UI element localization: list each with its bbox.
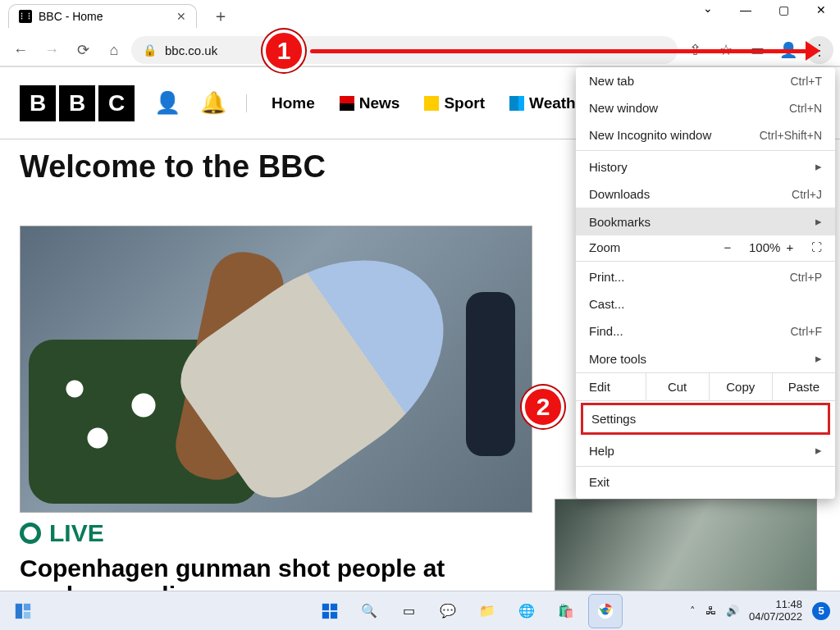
menu-cut[interactable]: Cut [646,373,709,400]
menu-edit-label: Edit [576,373,646,400]
svg-rect-3 [322,603,329,609]
forward-button[interactable]: → [38,36,66,64]
close-window-button[interactable] [802,0,840,20]
reload-button[interactable]: ⟳ [69,36,97,64]
menu-paste[interactable]: Paste [772,373,835,400]
home-button[interactable]: ⌂ [100,36,128,64]
annotation-arrow-head [806,41,820,61]
widgets-icon [14,602,32,620]
menu-bookmarks[interactable]: Bookmarks [576,208,835,235]
news-icon [340,96,354,111]
chrome-app-icon[interactable] [588,594,623,628]
notification-badge[interactable]: 5 [812,602,830,620]
taskbar: 🔍 ▭ 💬 📁 🌐 🛍️ ˄ 🖧 🔊 11:48 04/07/2022 5 [0,591,840,630]
menu-zoom: Zoom − 100% + ⛶ [576,235,835,259]
live-label: LIVE [49,519,104,546]
menu-print[interactable]: Print...Ctrl+P [576,263,835,290]
favicon-bbc-icon: ⋮⋮ [19,10,32,23]
menu-edit-row: Edit Cut Copy Paste [576,372,835,401]
menu-new-window[interactable]: New windowCtrl+N [576,94,835,121]
tray-chevron-icon[interactable]: ˄ [690,605,696,617]
zoom-level: 100% [749,240,769,254]
store-app-icon[interactable]: 🛍️ [549,594,583,628]
account-icon[interactable]: 👤 [154,90,180,116]
secondary-story-image[interactable] [555,499,817,591]
taskbar-center: 🔍 ▭ 💬 📁 🌐 🛍️ [246,594,690,628]
svg-rect-1 [24,603,30,609]
menu-more-tools[interactable]: More tools [576,345,835,372]
menu-settings[interactable]: Settings [581,403,830,435]
menu-new-tab[interactable]: New tabCtrl+T [576,67,835,94]
start-button[interactable] [313,594,347,628]
svg-rect-6 [331,611,337,618]
nav-sport[interactable]: Sport [424,94,485,112]
back-button[interactable]: ← [7,36,34,64]
menu-find[interactable]: Find...Ctrl+F [576,317,835,345]
volume-icon[interactable]: 🔊 [726,605,739,617]
menu-history[interactable]: History [576,153,835,180]
hero-story[interactable]: LIVE Copenhagen gunman shot people at ra… [20,226,532,609]
svg-rect-0 [16,603,22,618]
main-nav: Home News Sport Weather [246,94,630,112]
svg-rect-2 [24,611,30,618]
nav-news[interactable]: News [340,94,400,112]
file-explorer-icon[interactable]: 📁 [470,594,504,628]
chrome-menu: New tabCtrl+T New windowCtrl+N New Incog… [576,67,835,499]
tab-strip: ⋮⋮ BBC - Home ✕ ＋ [8,3,233,28]
menu-downloads[interactable]: DownloadsCtrl+J [576,180,835,208]
annotation-step-1: 1 [262,30,305,72]
sport-icon [424,96,439,111]
tab-title: BBC - Home [39,10,103,23]
weather-icon [509,96,524,111]
window-controls [689,0,840,20]
live-indicator-icon [20,523,41,544]
new-tab-button[interactable]: ＋ [208,3,233,28]
svg-rect-4 [331,603,337,609]
fullscreen-button[interactable]: ⛶ [811,241,822,253]
menu-exit[interactable]: Exit [576,468,835,495]
browser-tab[interactable]: ⋮⋮ BBC - Home ✕ [8,4,197,28]
tab-search-dropdown[interactable] [689,0,727,20]
zoom-out-button[interactable]: − [718,240,737,254]
search-button[interactable]: 🔍 [352,594,386,628]
zoom-in-button[interactable]: + [780,240,800,254]
annotation-arrow [310,49,814,53]
svg-rect-5 [322,611,329,618]
url-text: bbc.co.uk [165,43,217,57]
network-icon[interactable]: 🖧 [705,605,716,617]
task-view-button[interactable]: ▭ [391,594,426,628]
hero-image [20,226,532,513]
annotation-step-2: 2 [522,386,564,428]
chat-app-icon[interactable]: 💬 [431,594,465,628]
nav-home[interactable]: Home [272,94,315,112]
lock-icon: 🔒 [143,43,157,57]
close-tab-button[interactable]: ✕ [176,10,186,23]
edge-browser-icon[interactable]: 🌐 [509,594,544,628]
menu-copy[interactable]: Copy [709,373,772,400]
widgets-button[interactable] [7,595,39,628]
notifications-bell-icon[interactable]: 🔔 [200,90,226,116]
system-tray: ˄ 🖧 🔊 11:48 04/07/2022 5 [690,599,840,623]
menu-help[interactable]: Help [576,436,835,464]
bbc-logo[interactable]: B B C [20,85,135,121]
minimize-button[interactable] [727,0,765,20]
menu-incognito[interactable]: New Incognito windowCtrl+Shift+N [576,121,835,148]
menu-cast[interactable]: Cast... [576,290,835,317]
clock[interactable]: 11:48 04/07/2022 [749,599,802,623]
maximize-button[interactable] [765,0,802,20]
